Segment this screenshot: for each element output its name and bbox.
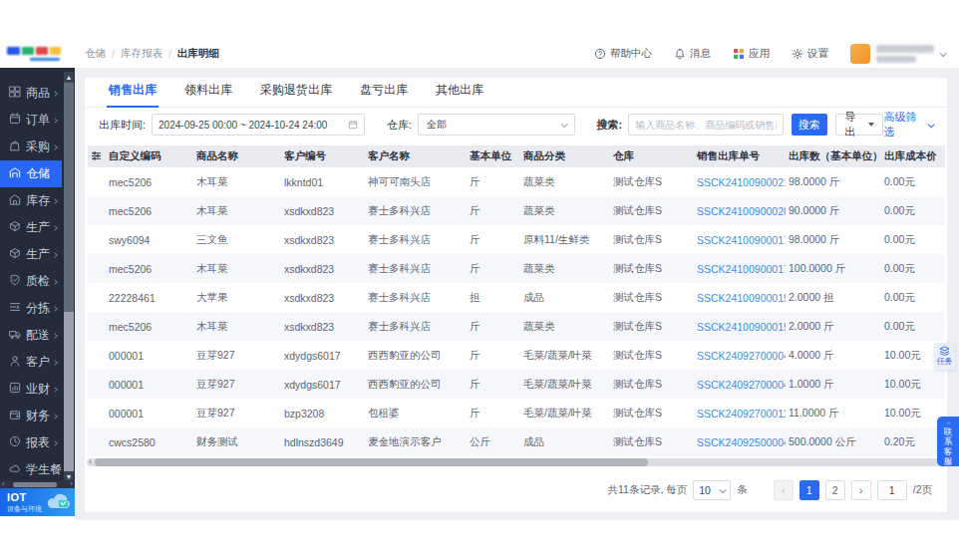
row-leading-cell	[88, 225, 106, 254]
sidebar-item-bizfinance[interactable]: 业财	[0, 376, 62, 403]
report-icon	[9, 435, 26, 450]
topnav-gear[interactable]: 设置	[792, 47, 828, 61]
table-cell: 000001	[106, 370, 193, 399]
date-range-input[interactable]: 2024-09-25 00:00 ~ 2024-10-24 24:00	[152, 114, 365, 136]
prev-page-button[interactable]: ‹	[774, 480, 794, 500]
topnav-label: 帮助中心	[610, 47, 652, 61]
warehouse-filter-label: 仓库:	[387, 118, 412, 133]
table-cell: 测试仓库S	[610, 341, 694, 370]
scroll-left-icon[interactable]: ‹	[0, 480, 7, 488]
table-cell: cwcs2580	[106, 427, 193, 456]
sidebar-horizontal-scrollbar[interactable]: ‹ ›	[0, 480, 75, 488]
sidebar-item-order[interactable]: 订单	[0, 107, 62, 134]
outbound-order-link[interactable]: SSCK24100900015	[697, 321, 786, 333]
search-label: 搜索:	[597, 118, 623, 133]
table-cell: SSCK24092700011	[694, 399, 786, 427]
sidebar-item-label: 商品	[26, 85, 50, 102]
table-cell: 斤	[467, 167, 520, 196]
outbound-order-link[interactable]: SSCK24092700011	[697, 408, 786, 420]
tab-2[interactable]: 领料出库	[170, 82, 246, 107]
sidebar-item-production[interactable]: 生产	[0, 241, 62, 268]
advanced-filter-toggle[interactable]: 高级筛选	[883, 110, 933, 140]
sidebar-item-production[interactable]: 生产	[0, 214, 62, 241]
sidebar-vertical-scrollbar[interactable]: ▲ ▼	[64, 72, 74, 482]
sidebar-scrollbar-thumb[interactable]	[64, 83, 74, 312]
sidebar-item-label: 配送	[26, 327, 50, 344]
scroll-up-icon[interactable]: ▲	[64, 72, 74, 83]
page-size-select[interactable]: 10	[693, 480, 731, 500]
chevron-right-icon	[52, 360, 58, 366]
table-cell: 赛士多科兴店	[365, 283, 467, 312]
tab-4[interactable]: 盘亏出库	[346, 82, 422, 107]
outbound-order-link[interactable]: SSCK24100900015	[697, 292, 786, 304]
table-cell: 测试仓库S	[610, 167, 694, 196]
scroll-left-icon[interactable]: ‹	[87, 458, 94, 466]
outbound-order-link[interactable]: SSCK24092700004	[697, 379, 786, 391]
table-cell: mec5206	[106, 196, 193, 225]
help-icon	[594, 48, 606, 60]
calendar-icon	[348, 120, 358, 130]
chevron-right-icon	[52, 279, 58, 285]
production-icon	[9, 220, 26, 235]
sidebar-item-sorting[interactable]: 分拣	[0, 295, 62, 322]
page-jump-input[interactable]	[877, 480, 907, 500]
table-cell: 0.00元	[881, 225, 945, 254]
chat-icon	[943, 421, 954, 424]
row-leading-cell	[88, 370, 106, 399]
search-input[interactable]	[628, 114, 783, 136]
sidebar-item-warehouse[interactable]: 仓储	[0, 160, 62, 187]
sidebar-item-customer[interactable]: 客户	[0, 349, 62, 376]
outbound-order-link[interactable]: SSCK24092700004	[697, 350, 786, 362]
outbound-order-link[interactable]: SSCK24100900021	[697, 176, 786, 188]
outbound-order-link[interactable]: SSCK24100900017	[697, 234, 786, 246]
outbound-order-link[interactable]: SSCK24100900020	[697, 205, 786, 217]
sidebar-item-report[interactable]: 报表	[0, 429, 62, 456]
table-cell: 斤	[467, 225, 520, 254]
table-cell: 木耳菜	[193, 312, 281, 341]
search-button[interactable]: 搜索	[792, 114, 828, 136]
delivery-icon	[9, 328, 26, 343]
sidebar-item-finance[interactable]: 财务	[0, 403, 62, 429]
iot-banner[interactable]: IOT 设备与环境	[0, 488, 75, 516]
tab-1[interactable]: 销售出库	[95, 82, 170, 107]
row-leading-cell	[88, 427, 106, 456]
finance-icon	[9, 409, 26, 423]
sidebar-item-goods[interactable]: 商品	[0, 80, 62, 107]
apps-icon	[733, 48, 745, 60]
table-cell: 斤	[467, 399, 520, 427]
table-cell: xsdkxd823	[281, 312, 365, 341]
export-button[interactable]: 导出	[835, 114, 883, 136]
sidebar-hscrollbar-thumb[interactable]	[13, 482, 57, 487]
outbound-order-link[interactable]: SSCK24100900017	[697, 263, 786, 275]
warehouse-select[interactable]: 全部	[418, 114, 574, 136]
outbound-order-link[interactable]: SSCK24092500004	[697, 436, 786, 448]
table-scrollbar-thumb[interactable]	[95, 458, 648, 466]
task-fab[interactable]: 任务	[934, 343, 955, 370]
table-horizontal-scrollbar[interactable]: ‹ ›	[87, 458, 945, 466]
sidebar-item-inventory[interactable]: 库存	[0, 187, 62, 214]
next-page-button[interactable]: ›	[851, 480, 871, 500]
breadcrumb-item[interactable]: 仓储	[85, 47, 106, 61]
sidebar-item-purchase[interactable]: 采购	[0, 134, 62, 160]
table-cell: 毛菜/蔬菜/叶菜	[520, 370, 610, 399]
sidebar-item-student-meal[interactable]: 学生餐	[0, 456, 62, 478]
scroll-right-icon[interactable]: ›	[68, 480, 75, 488]
breadcrumb-separator: /	[168, 48, 171, 60]
sidebar-item-label: 财务	[26, 408, 50, 424]
account-menu[interactable]	[850, 44, 945, 64]
topnav-apps[interactable]: 应用	[733, 47, 770, 61]
column-settings-icon[interactable]	[91, 150, 102, 163]
contact-support-fab[interactable]: 联系客服	[937, 417, 959, 466]
topnav-help[interactable]: 帮助中心	[594, 47, 652, 61]
page-button-2[interactable]: 2	[825, 480, 845, 500]
topnav-bell[interactable]: 消息	[674, 47, 711, 61]
table-cell: xsdkxd823	[281, 196, 365, 225]
tab-3[interactable]: 采购退货出库	[246, 82, 346, 107]
page-button-1[interactable]: 1	[799, 480, 819, 500]
tab-5[interactable]: 其他出库	[422, 82, 497, 107]
sidebar-item-delivery[interactable]: 配送	[0, 322, 62, 349]
sidebar-item-qc[interactable]: 质检	[0, 268, 62, 295]
breadcrumb-item[interactable]: 库存报表	[121, 47, 162, 61]
sidebar-item-label: 生产	[26, 246, 50, 263]
topnav-label: 消息	[690, 47, 711, 61]
